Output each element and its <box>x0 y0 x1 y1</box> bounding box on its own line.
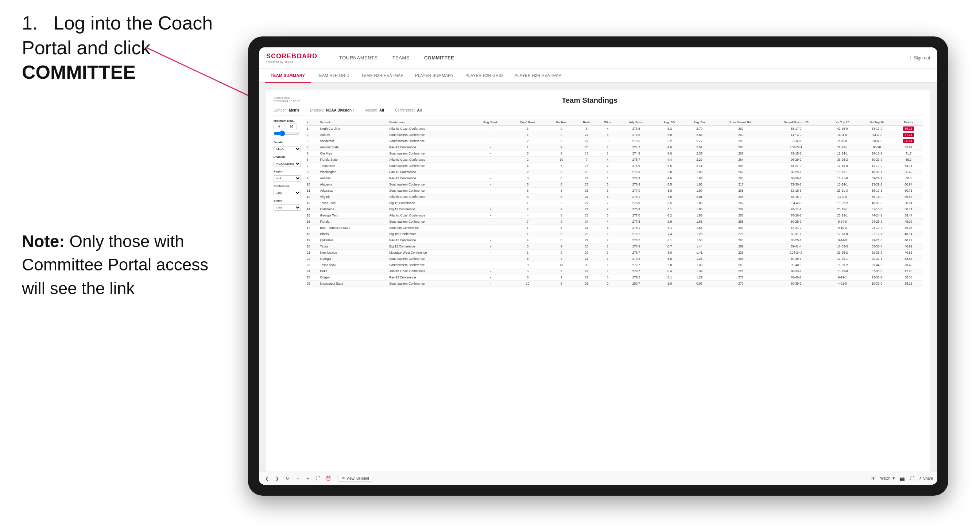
rank-from-input[interactable] <box>274 124 285 129</box>
cell-adj-score: 279.2 <box>618 256 655 262</box>
view-original-button[interactable]: 👁 View: Original <box>338 475 372 478</box>
cell-points: 35.13 <box>894 281 923 287</box>
toolbar-back[interactable]: ❮ <box>266 475 270 478</box>
cell-school[interactable]: Mississippi State <box>319 281 388 287</box>
cell-vs-top25: 20-15-1 <box>825 206 860 213</box>
nav-tournaments[interactable]: TOURNAMENTS <box>332 48 385 68</box>
cell-overall-record: 97-11-1 <box>767 206 825 213</box>
cell-school[interactable]: Alabama <box>319 181 388 188</box>
cell-points: 40.14 <box>894 231 923 237</box>
cell-school[interactable]: Georgia <box>319 256 388 262</box>
cell-school[interactable]: Florida State <box>319 157 388 163</box>
tab-team-h2h-grid[interactable]: TEAM H2H GRID <box>311 68 355 83</box>
cell-rank: 8 <box>305 169 319 175</box>
cell-rnds: 22 <box>576 175 597 181</box>
rank-to-input[interactable] <box>286 124 297 129</box>
sign-out-link[interactable]: Sign out <box>914 56 930 60</box>
cell-adj-score: 276.1 <box>618 194 655 200</box>
nav-teams[interactable]: TEAMS <box>385 48 417 68</box>
table-row: 21 New Mexico Mountain West Conference -… <box>305 250 923 256</box>
cell-school[interactable]: Arizona State <box>319 144 388 151</box>
cell-vs-top25: 11-29-1 <box>825 256 860 262</box>
cell-conf-rank: 5 <box>508 275 547 281</box>
toolbar-forward[interactable]: ❯ <box>274 475 281 478</box>
toolbar-reload[interactable]: ↻ <box>284 475 291 478</box>
toolbar-camera[interactable]: 📷 <box>898 475 905 478</box>
cell-overall-record: 72-30-1 <box>767 181 825 188</box>
cell-reg-rank: - <box>473 175 508 181</box>
standings-table: # School Conference Reg. Rank Conf. Rank… <box>305 119 923 287</box>
cell-school[interactable]: California <box>319 237 388 243</box>
cell-avg-sg: -3.5 <box>654 181 684 188</box>
division-select[interactable]: NCAA Division I NCAA Division II NCAA Di… <box>274 161 301 167</box>
cell-points: 38.42 <box>894 262 923 268</box>
conference-select[interactable]: (All) <box>274 190 301 196</box>
cell-school[interactable]: Georgia Tech <box>319 213 388 219</box>
cell-avg-par: 2.01 <box>684 194 715 200</box>
tab-player-summary[interactable]: PLAYER SUMMARY <box>409 68 460 83</box>
cell-vs-top50: 23-33-1 <box>860 275 894 281</box>
cell-school[interactable]: Texas <box>319 243 388 250</box>
cell-wins: 2 <box>597 163 618 169</box>
cell-school[interactable]: Oklahoma <box>319 206 388 213</box>
division-filter-display: Division: NCAA Division I <box>310 108 354 112</box>
cell-school[interactable]: Virginia <box>319 194 388 200</box>
cell-avg-par: 1.21 <box>684 275 715 281</box>
cell-conf-rank: 4 <box>508 213 547 219</box>
tab-team-h2h-heatmap[interactable]: TEAM H2H HEATMAP <box>355 68 409 83</box>
cell-conf-rank: 2 <box>508 157 547 163</box>
cell-rnds: 23 <box>576 169 597 175</box>
cell-school[interactable]: Vanderbilt <box>319 138 388 144</box>
table-row: 15 Georgia Tech Atlantic Coast Conferenc… <box>305 213 923 219</box>
cell-school[interactable]: Texas A&M <box>319 262 388 268</box>
card-header: Update time: 27/03/2024 16:56:26 Team St… <box>274 96 923 105</box>
tab-player-h2h-grid[interactable]: PLAYER H2H GRID <box>460 68 509 83</box>
share-button[interactable]: ↗ Share <box>919 476 930 478</box>
cell-school[interactable]: Duke <box>319 268 388 275</box>
gender-select[interactable]: Men's Women's <box>274 146 301 152</box>
cell-conference: Southeastern Conference <box>388 151 473 157</box>
cell-school[interactable]: Auburn <box>319 132 388 138</box>
watch-button[interactable]: Watch ▼ <box>880 476 896 478</box>
cell-rnds: 21 <box>576 194 597 200</box>
cell-rnds: 23 <box>576 213 597 219</box>
cell-avg-sg: -6.0 <box>654 169 684 175</box>
cell-school[interactable]: Arizona <box>319 175 388 181</box>
nav-committee[interactable]: COMMITTEE <box>417 48 462 68</box>
cell-rank: 26 <box>305 281 319 287</box>
cell-school[interactable]: Washington <box>319 169 388 175</box>
toolbar-fullscreen[interactable]: ⛶ <box>908 475 916 478</box>
cell-school[interactable]: Tennessee <box>319 163 388 169</box>
cell-school[interactable]: East Tennessee State <box>319 225 388 231</box>
cell-school[interactable]: Ole Miss <box>319 151 388 157</box>
cell-school[interactable]: Texas Tech <box>319 200 388 206</box>
cell-school[interactable]: Illinois <box>319 231 388 237</box>
cell-school[interactable]: Oregon <box>319 275 388 281</box>
cell-avg-par: 1.28 <box>684 231 715 237</box>
toolbar-eye-icon: 👁 <box>870 475 877 478</box>
cell-reg-rank: - <box>473 213 508 219</box>
toolbar-zoom-in[interactable]: + <box>304 475 312 478</box>
col-rank: # <box>305 119 319 126</box>
cell-school[interactable]: New Mexico <box>319 250 388 256</box>
col-wins: Wins <box>597 119 618 126</box>
rank-slider[interactable] <box>274 130 299 136</box>
toolbar-zoom-out[interactable]: − <box>294 475 301 478</box>
cell-no-tour: 9 <box>547 250 576 256</box>
region-select[interactable]: N/A East West <box>274 175 301 181</box>
cell-adj-score: 273.6 <box>618 132 655 138</box>
cell-rank: 11 <box>305 188 319 194</box>
cell-avg-par: 1.98 <box>684 169 715 175</box>
cell-school[interactable]: North Carolina <box>319 126 388 132</box>
cell-school[interactable]: Arkansas <box>319 188 388 194</box>
school-select[interactable]: (All) <box>274 205 301 211</box>
view-original-label: View: Original <box>347 476 369 478</box>
toolbar-fit[interactable]: ⛶ <box>314 475 322 478</box>
cell-vs-top25: 79-25-1 <box>825 144 860 151</box>
tab-player-h2h-heatmap[interactable]: PLAYER H2H HEATMAP <box>509 68 567 83</box>
cell-avg-sg: -3.8 <box>654 188 684 194</box>
toolbar-clock[interactable]: ⏰ <box>325 475 332 478</box>
tab-team-summary[interactable]: TEAM SUMMARY <box>265 68 311 83</box>
cell-conference: Atlantic Coast Conference <box>388 213 473 219</box>
cell-school[interactable]: Florida <box>319 219 388 225</box>
